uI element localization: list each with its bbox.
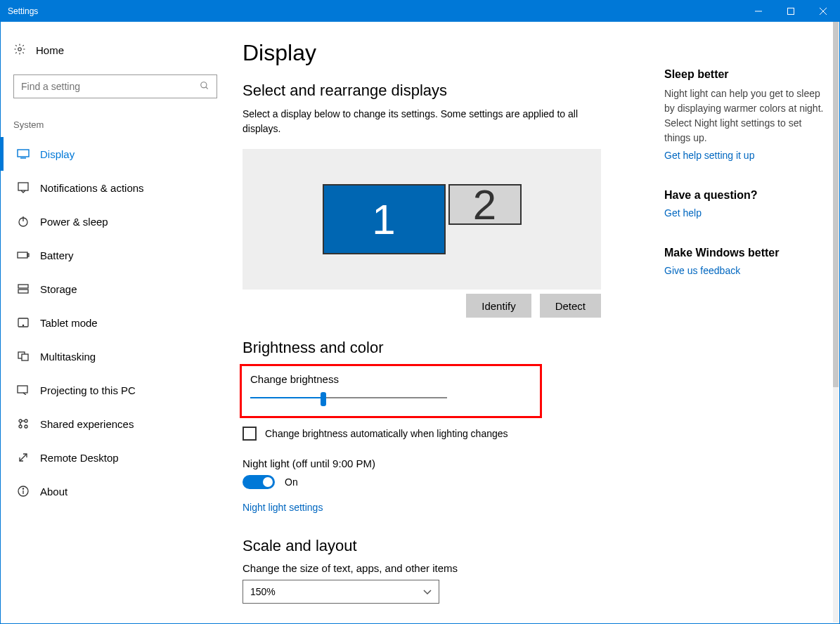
aside-sleep-heading: Sleep better <box>664 68 825 81</box>
sidebar-item-tablet[interactable]: Tablet mode <box>1 306 224 339</box>
svg-point-24 <box>25 425 27 428</box>
content-main: Display Select and rearrange displays Se… <box>243 40 643 623</box>
identify-button[interactable]: Identify <box>466 294 531 318</box>
detect-button[interactable]: Detect <box>540 294 601 318</box>
nightlight-label: Night light (off until 9:00 PM) <box>243 457 643 469</box>
storage-icon <box>16 282 30 296</box>
maximize-button[interactable] <box>775 1 807 22</box>
minimize-button[interactable] <box>742 1 775 22</box>
shared-icon <box>16 417 30 431</box>
svg-point-29 <box>22 488 23 489</box>
aside-feedback-heading: Make Windows better <box>664 247 825 259</box>
display-arrange-area[interactable]: 1 2 <box>243 149 601 290</box>
multitasking-icon <box>16 349 30 363</box>
svg-rect-1 <box>788 8 794 15</box>
arrange-heading: Select and rearrange displays <box>243 82 643 100</box>
svg-point-4 <box>18 48 22 51</box>
battery-icon <box>16 248 30 262</box>
sidebar-item-storage[interactable]: Storage <box>1 272 224 306</box>
page-title: Display <box>243 40 643 66</box>
sidebar-item-display[interactable]: Display <box>1 137 224 171</box>
aside: Sleep better Night light can help you ge… <box>643 40 825 623</box>
change-brightness-label: Change brightness <box>250 373 531 385</box>
display-monitor-2[interactable]: 2 <box>448 184 522 225</box>
scale-select[interactable]: 150% <box>243 580 439 604</box>
sidebar-item-label: About <box>40 486 67 498</box>
scale-size-label: Change the size of text, apps, and other… <box>243 562 643 574</box>
display-monitor-1[interactable]: 1 <box>323 184 446 254</box>
power-icon <box>16 214 30 228</box>
aside-question-link[interactable]: Get help <box>664 207 702 219</box>
about-icon <box>16 484 30 498</box>
sidebar-item-label: Shared experiences <box>40 418 134 430</box>
sidebar-item-multitasking[interactable]: Multitasking <box>1 339 224 373</box>
arrange-help: Select a display below to change its set… <box>243 107 601 136</box>
search-input[interactable] <box>13 74 217 98</box>
scale-value: 150% <box>250 586 276 597</box>
scrollbar-handle[interactable] <box>833 22 839 387</box>
sidebar-item-label: Remote Desktop <box>40 452 119 464</box>
projecting-icon <box>16 383 30 397</box>
svg-rect-15 <box>18 290 28 293</box>
auto-brightness-checkbox[interactable] <box>243 427 257 441</box>
notifications-icon <box>16 181 30 195</box>
home-link[interactable]: Home <box>1 39 224 62</box>
home-label: Home <box>36 44 64 56</box>
svg-rect-14 <box>18 285 28 288</box>
svg-rect-12 <box>18 252 27 258</box>
search-field[interactable] <box>21 81 200 92</box>
scale-heading: Scale and layout <box>243 537 643 555</box>
aside-question-heading: Have a question? <box>664 189 825 202</box>
sidebar-item-label: Projecting to this PC <box>40 384 136 396</box>
sidebar-item-label: Notifications & actions <box>40 182 144 194</box>
svg-rect-9 <box>18 183 28 190</box>
aside-sleep-body: Night light can help you get to sleep by… <box>664 86 825 145</box>
aside-feedback-link[interactable]: Give us feedback <box>664 265 740 276</box>
svg-point-17 <box>22 325 23 325</box>
highlight-box: Change brightness <box>240 364 542 418</box>
sidebar-item-remote[interactable]: Remote Desktop <box>1 441 224 474</box>
svg-rect-20 <box>18 386 27 393</box>
sidebar-item-battery[interactable]: Battery <box>1 238 224 272</box>
svg-point-22 <box>25 420 27 422</box>
tablet-icon <box>16 316 30 330</box>
sidebar-item-about[interactable]: About <box>1 474 224 508</box>
group-label: System <box>1 98 224 137</box>
sidebar-item-projecting[interactable]: Projecting to this PC <box>1 373 224 407</box>
scrollbar[interactable] <box>833 22 839 623</box>
sidebar-item-notifications[interactable]: Notifications & actions <box>1 171 224 204</box>
svg-line-6 <box>206 86 208 89</box>
remote-icon <box>16 450 30 464</box>
sidebar-item-label: Power & sleep <box>40 216 108 228</box>
sidebar-item-shared[interactable]: Shared experiences <box>1 407 224 441</box>
sidebar: Home System Display Notifications & acti… <box>1 22 224 623</box>
sidebar-item-power[interactable]: Power & sleep <box>1 204 224 238</box>
close-button[interactable] <box>807 1 839 22</box>
sidebar-item-label: Storage <box>40 283 77 295</box>
svg-point-21 <box>19 420 22 422</box>
sidebar-item-label: Tablet mode <box>40 317 98 329</box>
svg-rect-7 <box>18 150 29 157</box>
sidebar-item-label: Display <box>40 148 75 160</box>
aside-sleep-link[interactable]: Get help setting it up <box>664 150 754 161</box>
window-title: Settings <box>8 6 38 16</box>
svg-rect-13 <box>27 254 29 256</box>
chevron-down-icon <box>423 586 432 597</box>
svg-point-5 <box>201 82 207 87</box>
sidebar-item-label: Multitasking <box>40 351 96 363</box>
gear-icon <box>13 43 26 58</box>
nightlight-toggle[interactable] <box>243 475 275 489</box>
brightness-heading: Brightness and color <box>243 339 643 357</box>
slider-thumb[interactable] <box>321 392 326 406</box>
display-icon <box>16 147 30 161</box>
sidebar-item-label: Battery <box>40 249 74 261</box>
search-icon <box>200 81 209 93</box>
auto-brightness-label: Change brightness automatically when lig… <box>265 428 508 439</box>
brightness-slider[interactable] <box>250 391 447 405</box>
nightlight-state: On <box>285 476 298 488</box>
nightlight-settings-link[interactable]: Night light settings <box>243 502 323 513</box>
svg-rect-19 <box>22 354 28 360</box>
svg-point-23 <box>19 425 22 428</box>
titlebar: Settings <box>1 1 839 22</box>
